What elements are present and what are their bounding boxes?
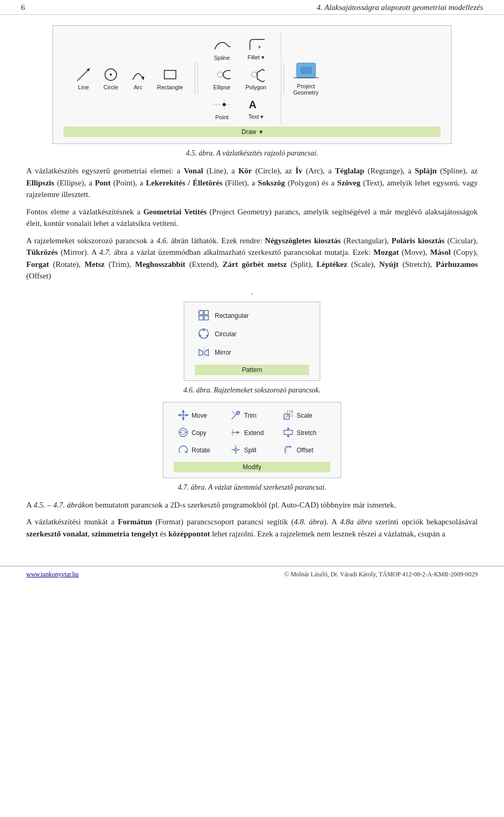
- footer-copyright: © Molnár László, Dr. Váradi Károly, TÁMO…: [284, 571, 478, 578]
- svg-text:▼: ▼: [257, 45, 262, 50]
- svg-marker-47: [237, 431, 240, 434]
- fillet-label: Fillet ▾: [247, 54, 264, 61]
- tool-point[interactable]: Point: [206, 94, 238, 122]
- tool-project-geometry[interactable]: ProjectGeometry: [286, 59, 326, 98]
- modify-item-stretch: Stretch: [279, 425, 331, 441]
- svg-marker-52: [287, 427, 290, 429]
- trim-icon: [230, 410, 241, 422]
- tool-spline[interactable]: Spline: [206, 35, 238, 63]
- rectangular-icon: [198, 309, 209, 323]
- svg-rect-23: [204, 316, 208, 320]
- toolbar-divider-2: [284, 63, 284, 94]
- modify-item-move: Move: [174, 408, 226, 424]
- svg-marker-54: [184, 451, 186, 453]
- tool-ellipse[interactable]: Ellipse: [206, 64, 238, 92]
- page-footer: www.tankonyvtar.hu © Molnár László, Dr. …: [0, 566, 504, 583]
- svg-point-28: [206, 335, 208, 337]
- svg-point-11: [251, 72, 257, 77]
- spline-label: Spline: [214, 55, 230, 61]
- tool-polygon[interactable]: Polygon: [238, 64, 275, 92]
- mirror-icon: [198, 346, 209, 359]
- draw-toolbar-box: Line Circle Arc: [52, 25, 452, 144]
- text-icon: A: [248, 96, 265, 112]
- svg-marker-34: [182, 410, 185, 412]
- tool-arc[interactable]: Arc: [124, 64, 152, 92]
- scale-label: Scale: [297, 412, 312, 419]
- rectangular-label: Rectangular: [215, 312, 249, 319]
- tool-rectangle-label: Rectangle: [157, 84, 183, 90]
- svg-point-15: [223, 103, 226, 106]
- modify-box: Move Trim: [163, 402, 341, 478]
- move-label: Move: [192, 412, 207, 419]
- svg-marker-53: [287, 436, 290, 438]
- fillet-icon: ▼: [248, 36, 265, 53]
- project-geometry-icon: [293, 61, 319, 82]
- svg-point-27: [203, 329, 205, 331]
- pattern-item-rectangular: Rectangular: [195, 307, 309, 325]
- toolbar-divider-1: [197, 63, 198, 94]
- pattern-box: Rectangular Circular: [184, 302, 320, 381]
- modify-row-2: Copy Extend: [174, 425, 330, 441]
- offset-label: Offset: [297, 447, 313, 454]
- top-row-tools: Spline ▼ Fillet ▾: [206, 34, 275, 63]
- pattern-caption: 4.6. ábra. Rajzelemeket sokszorozó paran…: [26, 386, 478, 395]
- trim-label: Trim: [244, 412, 257, 419]
- paragraph-4: A 4.5. – 4.7. ábrákon bemutatott parancs…: [26, 499, 478, 511]
- svg-line-41: [284, 411, 292, 419]
- ellipse-icon: [214, 66, 230, 83]
- circle-icon: [102, 66, 119, 83]
- svg-rect-21: [204, 311, 208, 315]
- paragraph-3: A rajzelemeket sokszorozó parancsok a 4.…: [26, 235, 478, 282]
- svg-point-43: [181, 430, 185, 435]
- pattern-label: Pattern: [242, 366, 262, 374]
- bottom-row-tools: Point A Text ▾: [206, 94, 275, 122]
- extend-label: Extend: [244, 429, 264, 437]
- modify-item-copy: Copy: [174, 425, 226, 441]
- modify-item-offset: Offset: [279, 442, 331, 459]
- point-label: Point: [215, 114, 228, 120]
- split-icon: [230, 444, 241, 457]
- modify-item-extend: Extend: [226, 425, 279, 441]
- svg-rect-18: [301, 67, 311, 74]
- line-icon: [75, 66, 92, 83]
- extend-icon: [230, 427, 241, 439]
- copy-icon: [178, 427, 188, 439]
- dot-separator: .: [26, 287, 478, 296]
- svg-marker-35: [182, 418, 185, 420]
- tool-line[interactable]: Line: [70, 64, 97, 92]
- svg-point-3: [110, 74, 112, 76]
- stretch-icon: [283, 427, 293, 439]
- polygon-icon: [248, 66, 265, 83]
- modify-item-split: Split: [226, 442, 279, 459]
- rotate-icon: [178, 444, 188, 457]
- advanced-tools-section: Spline ▼ Fillet ▾: [200, 32, 281, 125]
- pattern-item-mirror: Mirror: [195, 344, 309, 361]
- tool-circle[interactable]: Circle: [97, 64, 124, 92]
- modify-row-1: Move Trim: [174, 408, 330, 424]
- rectangle-icon: [162, 66, 178, 83]
- page-title: 4. Alaksajátosságra alapozott geometriai…: [317, 3, 483, 12]
- paragraph-2: Fontos eleme a vázlatkészítésnek a Geome…: [26, 206, 478, 230]
- tool-rectangle[interactable]: Rectangle: [152, 64, 188, 92]
- middle-row-tools: Ellipse Polygon: [206, 64, 275, 92]
- copy-label: Copy: [192, 429, 206, 437]
- paragraph-5: A vázlatkészítési munkát a Formátun (For…: [26, 516, 478, 540]
- point-icon: [214, 96, 230, 113]
- tool-circle-label: Circle: [103, 84, 118, 90]
- tool-fillet[interactable]: ▼ Fillet ▾: [238, 34, 275, 63]
- svg-rect-49: [284, 430, 292, 435]
- modify-item-scale: Scale: [279, 408, 331, 424]
- modify-row-3: Rotate Split: [174, 442, 330, 459]
- rotate-label: Rotate: [192, 447, 210, 454]
- tool-text[interactable]: A Text ▾: [238, 94, 275, 122]
- svg-point-29: [199, 335, 201, 337]
- draw-dropdown-icon: ▾: [259, 128, 262, 136]
- svg-point-9: [217, 72, 223, 77]
- draw-label: Draw: [242, 128, 256, 136]
- footer-link[interactable]: www.tankonyvtar.hu: [26, 571, 79, 578]
- scale-icon: [283, 410, 293, 422]
- modify-label: Modify: [243, 463, 261, 471]
- offset-icon: [283, 444, 293, 457]
- svg-marker-37: [186, 413, 188, 417]
- text-label: Text ▾: [248, 113, 264, 120]
